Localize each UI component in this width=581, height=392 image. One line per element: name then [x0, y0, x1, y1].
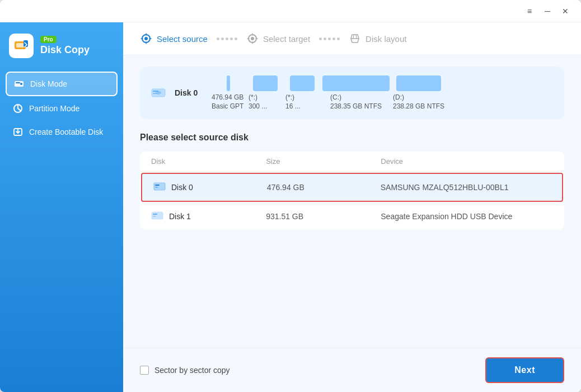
- dots-1: [217, 37, 237, 40]
- dots-2: [319, 37, 340, 40]
- sidebar-item-disk-mode-label: Disk Mode: [30, 79, 67, 88]
- svg-rect-17: [155, 185, 160, 186]
- select-source-label: Select source: [157, 34, 208, 44]
- main-layout: Pro Disk Copy Disk Mode: [0, 22, 581, 392]
- sidebar-item-create-bootable-label: Create Bootable Disk: [29, 127, 103, 136]
- checkbox-box[interactable]: [140, 366, 149, 375]
- sidebar-item-partition-mode[interactable]: Partition Mode: [6, 97, 118, 120]
- disk-row-0-size: 476.94 GB: [267, 183, 381, 192]
- disk-partitions: 476.94 GB Basic GPT (*:) 300 ...: [212, 75, 553, 110]
- svg-rect-14: [153, 91, 158, 92]
- sidebar: Pro Disk Copy Disk Mode: [0, 22, 123, 392]
- sidebar-logo: Pro Disk Copy: [0, 34, 123, 72]
- disk-row-0-disk: Disk 0: [153, 182, 267, 193]
- app-name: Disk Copy: [40, 44, 90, 56]
- create-bootable-icon: [12, 126, 24, 138]
- svg-rect-4: [16, 82, 20, 83]
- svg-point-5: [20, 83, 22, 85]
- svg-rect-20: [153, 214, 157, 215]
- disk-row-1-size: 931.51 GB: [266, 212, 381, 221]
- select-target-icon: [246, 32, 259, 45]
- col-header-disk: Disk: [151, 157, 266, 166]
- content-body: Disk 0 476.94 GB Basic GPT: [123, 55, 581, 348]
- disk-row-0-icon: [153, 182, 166, 193]
- svg-rect-18: [155, 187, 158, 188]
- menu-button[interactable]: ≡: [521, 2, 538, 20]
- next-button[interactable]: Next: [485, 357, 564, 383]
- disk-table-row-0[interactable]: Disk 0 476.94 GB SAMSUNG MZALQ512HBLU-00…: [141, 173, 563, 202]
- disk-table-header: Disk Size Device: [140, 152, 564, 172]
- app-window: ≡ ─ ✕ Pro Disk Copy: [0, 0, 581, 392]
- col-header-size: Size: [266, 157, 381, 166]
- disk-preview-label: Disk 0: [175, 88, 203, 97]
- disk-table: Disk Size Device: [140, 152, 564, 230]
- sidebar-nav: Disk Mode Partition Mode: [0, 72, 123, 143]
- titlebar: ≡ ─ ✕: [0, 0, 581, 22]
- svg-rect-19: [152, 212, 163, 219]
- svg-rect-1: [16, 43, 24, 48]
- disk-row-1-icon: [151, 211, 163, 222]
- disk-preview: Disk 0 476.94 GB Basic GPT: [140, 67, 564, 119]
- svg-rect-16: [154, 183, 165, 190]
- disk-preview-icon: [151, 87, 166, 98]
- col-header-device: Device: [381, 157, 553, 166]
- close-button[interactable]: ✕: [556, 2, 574, 20]
- sidebar-item-create-bootable[interactable]: Create Bootable Disk: [6, 121, 118, 143]
- sector-copy-checkbox[interactable]: Sector by sector copy: [140, 366, 230, 375]
- disk-row-1-device: Seagate Expansion HDD USB Device: [381, 212, 553, 221]
- disk-layout-label: Disk layout: [366, 34, 406, 44]
- select-source-icon: [140, 32, 152, 45]
- select-target-label: Select target: [263, 34, 310, 44]
- step-select-target[interactable]: Select target: [246, 32, 310, 45]
- disk-table-row-1[interactable]: Disk 1 931.51 GB Seagate Expansion HDD U…: [140, 203, 564, 230]
- section-title: Please select source disk: [140, 133, 564, 143]
- svg-point-9: [144, 37, 148, 40]
- partition-small-1: [253, 75, 278, 91]
- svg-rect-21: [153, 216, 156, 217]
- partition-large: [396, 75, 441, 91]
- pro-badge: Pro: [40, 36, 57, 43]
- disk-info-3: (C:) 238.35 GB NTFS: [330, 93, 382, 110]
- disk-layout-icon: [349, 32, 361, 45]
- main-content: Select source: [123, 22, 581, 392]
- disk-info-2: (*:) 16 ...: [285, 93, 319, 110]
- step-disk-layout[interactable]: Disk layout: [349, 32, 406, 45]
- disk-info-0: 476.94 GB Basic GPT: [212, 93, 245, 110]
- disk-info-1: (*:) 300 ...: [249, 93, 282, 110]
- partition-mode-icon: [12, 103, 24, 114]
- logo-text: Pro Disk Copy: [40, 36, 90, 56]
- partition-thin: [227, 75, 230, 91]
- minimize-button[interactable]: ─: [538, 2, 556, 20]
- svg-point-11: [251, 37, 254, 40]
- checkbox-label: Sector by sector copy: [154, 366, 230, 375]
- disk-info-4: (D:) 238.28 GB NTFS: [393, 93, 444, 110]
- sidebar-item-partition-mode-label: Partition Mode: [29, 104, 79, 113]
- sidebar-item-disk-mode[interactable]: Disk Mode: [6, 72, 118, 96]
- partition-medium: [322, 75, 390, 91]
- step-select-source[interactable]: Select source: [140, 32, 208, 45]
- app-logo-icon: [9, 34, 34, 58]
- partition-small-2: [290, 75, 315, 91]
- disk-row-0-device: SAMSUNG MZALQ512HBLU-00BL1: [381, 183, 551, 192]
- steps-header: Select source: [123, 22, 581, 55]
- svg-rect-15: [153, 93, 157, 94]
- footer: Sector by sector copy Next: [123, 348, 581, 392]
- disk-row-1-disk: Disk 1: [151, 211, 266, 222]
- logo-svg: [13, 38, 29, 54]
- disk-mode-icon: [13, 78, 25, 89]
